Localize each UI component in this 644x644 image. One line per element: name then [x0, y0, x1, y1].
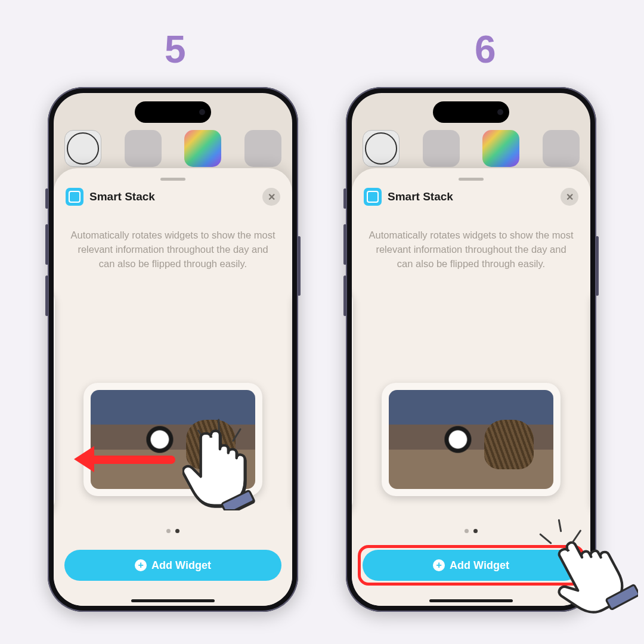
tap-hand-icon	[549, 525, 638, 626]
home-screen-row	[54, 130, 292, 174]
add-widget-button[interactable]: + Add Widget	[64, 550, 281, 581]
smart-stack-icon	[364, 188, 382, 206]
sheet-description: Automatically rotates widgets to show th…	[69, 228, 277, 271]
widget-preview-current[interactable]	[382, 383, 561, 496]
home-screen-row	[352, 130, 590, 174]
phone-side-button	[298, 236, 301, 296]
photo-widget-preview	[389, 390, 553, 489]
close-button[interactable]: ✕	[262, 188, 280, 206]
dynamic-island	[135, 101, 211, 123]
phone-side-button	[343, 275, 346, 316]
sheet-grabber[interactable]	[160, 178, 185, 181]
app-folder-icon	[125, 130, 162, 167]
tap-hand-icon	[182, 420, 260, 509]
app-folder-icon	[244, 130, 281, 167]
sheet-title: Smart Stack	[89, 190, 256, 203]
home-indicator[interactable]	[131, 599, 215, 602]
phone-step-5: Smart Stack ✕ Automatically rotates widg…	[48, 87, 298, 612]
app-folder-icon	[543, 130, 580, 167]
add-widget-button[interactable]: + Add Widget	[363, 550, 580, 581]
plus-circle-icon: +	[135, 559, 147, 571]
widget-sheet: Smart Stack ✕ Automatically rotates widg…	[54, 168, 292, 606]
widget-carousel[interactable]	[352, 383, 590, 508]
swipe-left-arrow-icon	[74, 451, 175, 467]
photos-app-icon	[184, 130, 221, 167]
phone-side-button	[45, 224, 48, 265]
sheet-description: Automatically rotates widgets to show th…	[367, 228, 575, 271]
phone-side-button	[343, 188, 346, 209]
add-widget-label: Add Widget	[450, 559, 509, 572]
step-number-5: 5	[165, 27, 186, 72]
widget-preview-prev[interactable]	[54, 287, 55, 514]
phone-side-button	[343, 224, 346, 265]
app-folder-icon	[423, 130, 460, 167]
phone-side-button	[45, 188, 48, 209]
plus-circle-icon: +	[433, 559, 445, 571]
phone-screen: Smart Stack ✕ Automatically rotates widg…	[54, 93, 292, 606]
smart-stack-icon	[66, 188, 83, 206]
phone-side-button	[45, 275, 48, 316]
phone-side-button	[596, 236, 599, 296]
add-widget-label: Add Widget	[151, 559, 211, 572]
photos-app-icon	[482, 130, 519, 167]
sheet-title: Smart Stack	[388, 190, 555, 203]
page-indicator	[54, 525, 292, 535]
home-indicator[interactable]	[429, 599, 513, 602]
widget-preview-prev[interactable]	[352, 287, 353, 514]
sheet-grabber[interactable]	[459, 178, 484, 181]
clock-app-icon	[363, 130, 400, 167]
clock-app-icon	[64, 130, 101, 167]
step-number-6: 6	[475, 27, 496, 72]
close-button[interactable]: ✕	[561, 188, 578, 206]
dynamic-island	[433, 101, 509, 123]
